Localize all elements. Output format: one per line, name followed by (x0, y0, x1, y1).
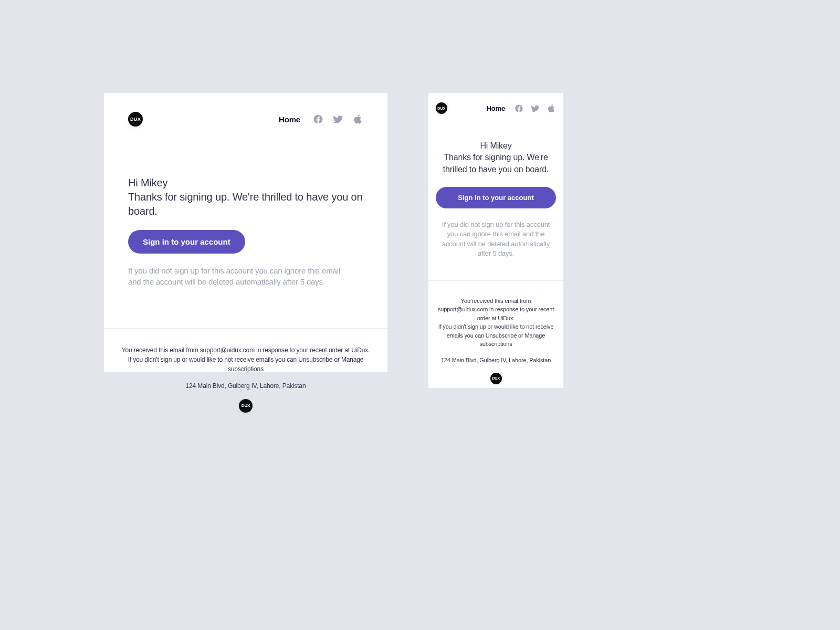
header: DUX Home (104, 93, 387, 127)
facebook-icon[interactable] (313, 114, 323, 124)
footer-unsubscribe-line: If you didn't sign up or would like to n… (120, 355, 372, 374)
apple-icon-mobile[interactable] (547, 104, 556, 113)
email-body: Hi Mikey Thanks for signing up. We're th… (104, 127, 387, 287)
email-footer-mobile: You received this email from support@uid… (428, 280, 563, 398)
greeting-name-mobile: Hi Mikey (480, 141, 511, 150)
home-link-mobile[interactable]: Home (487, 104, 505, 112)
footer-address: 124 Main Blvd, Gulberg IV, Lahore, Pakis… (120, 381, 372, 391)
social-icons (313, 114, 363, 124)
not-signup-notice-mobile: If you did not sign up for this account … (436, 220, 556, 258)
social-icons-mobile (514, 104, 556, 113)
not-signup-notice: If you did not sign up for this account … (128, 265, 354, 287)
greeting-text-mobile: Hi Mikey Thanks for signing up. We're th… (436, 140, 556, 175)
greeting-name: Hi Mikey (128, 177, 167, 188)
facebook-icon-mobile[interactable] (514, 104, 523, 113)
brand-logo-mobile: DUX (436, 102, 447, 114)
footer-received-line: You received this email from support@uid… (120, 345, 372, 355)
footer-address-mobile: 124 Main Blvd, Gulberg IV, Lahore, Pakis… (436, 356, 556, 365)
header-mobile: DUX Home (428, 93, 563, 114)
signin-button[interactable]: Sign in to your account (128, 230, 245, 254)
greeting-text: Hi Mikey Thanks for signing up. We're th… (128, 176, 363, 218)
footer-brand-logo-text: DUX (242, 403, 250, 409)
email-footer: You received this email from support@uid… (104, 328, 387, 428)
brand-logo-text: DUX (130, 117, 141, 122)
brand-logo-text-mobile: DUX (437, 107, 446, 110)
signin-button-mobile[interactable]: Sign in to your account (436, 187, 556, 208)
brand-logo: DUX (128, 112, 143, 127)
email-card-desktop: DUX Home Hi Mikey Thanks for signing up.… (104, 93, 387, 372)
apple-icon[interactable] (353, 114, 363, 124)
home-link[interactable]: Home (279, 115, 300, 124)
email-card-mobile: DUX Home Hi Mikey Thanks for signing up.… (428, 93, 563, 388)
footer-received-line-mobile: You received this email from support@uid… (436, 297, 556, 323)
twitter-icon-mobile[interactable] (531, 104, 540, 113)
footer-unsubscribe-line-mobile: If you didn't sign up or would like to n… (436, 322, 556, 349)
email-body-mobile: Hi Mikey Thanks for signing up. We're th… (428, 114, 563, 258)
footer-brand-logo-text-mobile: DUX (492, 376, 499, 382)
header-nav: Home (279, 114, 363, 124)
footer-brand-logo-mobile: DUX (490, 373, 502, 384)
greeting-thanks-mobile: Thanks for signing up. We're thrilled to… (443, 153, 549, 173)
twitter-icon[interactable] (333, 114, 343, 124)
footer-brand-logo: DUX (239, 399, 253, 413)
header-nav-mobile: Home (487, 104, 556, 113)
greeting-thanks: Thanks for signing up. We're thrilled to… (128, 191, 363, 217)
